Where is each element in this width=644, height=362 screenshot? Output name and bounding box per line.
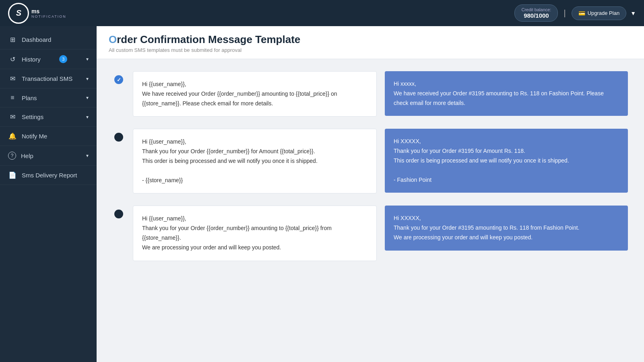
- radio-button-3[interactable]: [114, 210, 123, 218]
- history-badge: 3: [59, 55, 67, 63]
- content-header: Order Confirmation Message Template All …: [97, 26, 644, 59]
- sms-delivery-report-icon: 📄: [8, 171, 17, 179]
- radio-button-1[interactable]: [114, 75, 123, 84]
- credit-value: 980/1000: [521, 12, 551, 19]
- radio-col-1: [113, 71, 125, 84]
- notify-me-icon: 🔔: [8, 132, 17, 140]
- radio-col-3: [113, 206, 125, 218]
- sidebar-item-sms-delivery-report[interactable]: 📄 Sms Delivery Report: [0, 166, 97, 185]
- sidebar-label-plans: Plans: [22, 95, 37, 101]
- help-arrow: ▾: [86, 153, 89, 158]
- template-row-3: Hi {{user_name}},Thank you for your Orde…: [113, 206, 628, 261]
- preview-text-1: Hi xxxxx,We have received your Order #31…: [394, 80, 604, 106]
- preview-text-2: Hi XXXXX,Thank you for your Order #3195 …: [394, 138, 569, 183]
- sidebar-item-transactional-sms[interactable]: ✉ Transactional SMS ▾: [0, 69, 97, 88]
- template-row-1: Hi {{user_name}},We have received your O…: [113, 71, 628, 117]
- settings-icon: ✉: [8, 113, 17, 121]
- sidebar-item-plans[interactable]: ≡ Plans ▾: [0, 88, 97, 107]
- radio-button-2[interactable]: [114, 133, 123, 142]
- sidebar-label-help: Help: [21, 152, 33, 159]
- preview-box-1: Hi xxxxx,We have received your Order #31…: [385, 71, 628, 116]
- transactional-sms-arrow: ▾: [86, 76, 89, 82]
- template-text-1: Hi {{user_name}},We have received your O…: [142, 81, 337, 107]
- page-title: Order Confirmation Message Template: [109, 33, 632, 46]
- sidebar: ⊞ Dashboard ↺ History 3 ▾ ✉ Transactiona…: [0, 26, 97, 362]
- dashboard-icon: ⊞: [8, 36, 17, 43]
- sidebar-item-settings[interactable]: ✉ Settings ▾: [0, 107, 97, 127]
- preview-box-3: Hi XXXXX,Thank you for your Order #3195 …: [385, 206, 628, 250]
- preview-box-2: Hi XXXXX,Thank you for your Order #3195 …: [385, 129, 628, 193]
- topnav-dropdown-arrow[interactable]: ▼: [630, 10, 636, 16]
- sidebar-label-notify-me: Notify Me: [22, 133, 47, 140]
- radio-col-2: [113, 129, 125, 142]
- topnav-right: Credit balance: 980/1000 | 💳 Upgrade Pla…: [514, 4, 636, 22]
- help-icon: ?: [8, 152, 16, 160]
- template-text-box-2[interactable]: Hi {{user_name}},Thank you for your Orde…: [133, 129, 377, 193]
- template-text-3: Hi {{user_name}},Thank you for your Orde…: [142, 215, 332, 250]
- upgrade-label: Upgrade Plan: [588, 10, 620, 16]
- credit-balance: Credit balance: 980/1000: [514, 4, 558, 22]
- template-text-box-1[interactable]: Hi {{user_name}},We have received your O…: [133, 71, 377, 117]
- template-row-2: Hi {{user_name}},Thank you for your Orde…: [113, 129, 628, 193]
- sidebar-label-sms-delivery-report: Sms Delivery Report: [22, 172, 77, 179]
- divider: |: [564, 8, 566, 18]
- settings-arrow: ▾: [86, 114, 89, 120]
- preview-text-3: Hi XXXXX,Thank you for your Order #3195 …: [394, 215, 579, 241]
- logo-circle: S: [8, 3, 29, 24]
- template-text-2: Hi {{user_name}},Thank you for your Orde…: [142, 138, 318, 183]
- sidebar-label-transactional-sms: Transactional SMS: [22, 75, 72, 82]
- history-arrow: ▾: [86, 56, 89, 62]
- card-icon: 💳: [578, 10, 585, 16]
- transactional-sms-icon: ✉: [8, 75, 17, 82]
- credit-label: Credit balance:: [521, 7, 551, 12]
- template-text-box-3[interactable]: Hi {{user_name}},Thank you for your Orde…: [133, 206, 377, 261]
- sidebar-label-history: History: [22, 56, 41, 63]
- page-title-first-letter: O: [109, 33, 117, 45]
- sidebar-item-history[interactable]: ↺ History 3 ▾: [0, 49, 97, 69]
- top-navigation: S ms NOTIFICATION Credit balance: 980/10…: [0, 0, 644, 26]
- content-body: Hi {{user_name}},We have received your O…: [97, 59, 644, 362]
- content-area: Order Confirmation Message Template All …: [97, 26, 644, 362]
- logo: S ms NOTIFICATION: [8, 3, 66, 24]
- page-subtitle: All custom SMS templates must be submite…: [109, 47, 632, 53]
- plans-arrow: ▾: [86, 95, 89, 101]
- plans-icon: ≡: [8, 94, 17, 101]
- main-layout: ⊞ Dashboard ↺ History 3 ▾ ✉ Transactiona…: [0, 26, 644, 362]
- history-icon: ↺: [8, 56, 17, 63]
- sidebar-label-dashboard: Dashboard: [22, 36, 51, 43]
- upgrade-plan-button[interactable]: 💳 Upgrade Plan: [572, 6, 627, 20]
- sidebar-item-notify-me[interactable]: 🔔 Notify Me: [0, 127, 97, 146]
- sidebar-item-help[interactable]: ? Help ▾: [0, 146, 97, 166]
- sidebar-item-dashboard[interactable]: ⊞ Dashboard: [0, 30, 97, 49]
- page-title-rest: rder Confirmation Message Template: [117, 33, 300, 45]
- sidebar-label-settings: Settings: [22, 113, 43, 120]
